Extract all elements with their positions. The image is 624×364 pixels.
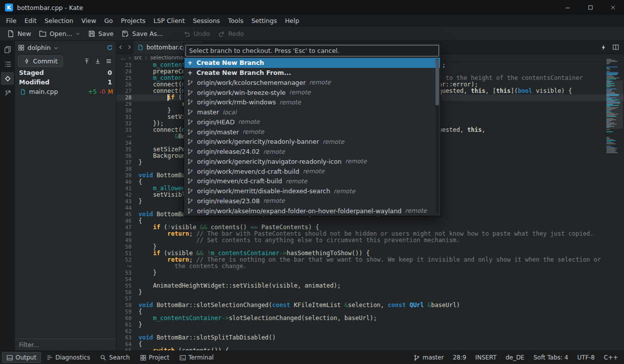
code-line[interactable]: ↪ the contents change. [116, 263, 624, 270]
branch-item[interactable]: origin/work/merritt/disable-indexed-sear… [184, 186, 440, 196]
breadcrumb-item[interactable]: ... [120, 54, 126, 61]
branch-scope-tag: remote [289, 89, 310, 96]
toolbar-save-as-button[interactable]: Save As... [118, 28, 167, 39]
statusbar-input-mode[interactable]: INSERT [476, 354, 497, 361]
toolbar-save-button[interactable]: Save [84, 28, 118, 39]
code-line[interactable]: 61} [116, 322, 624, 328]
forward-button[interactable] [125, 41, 134, 54]
git-section-modified[interactable]: Modified1 [15, 77, 116, 87]
branch-item[interactable]: origin/release/23.08remote [184, 196, 440, 206]
git-menu-icon[interactable] [106, 58, 112, 64]
menu-view[interactable]: View [78, 16, 100, 25]
statusbar-output-button[interactable]: Output [2, 352, 41, 363]
statusbar-project-button[interactable]: Project [136, 352, 174, 363]
branch-action-item[interactable]: +Create New Branch [184, 58, 440, 68]
branch-item[interactable]: masterlocal [184, 107, 440, 117]
menu-lsp-client[interactable]: LSP Client [150, 16, 189, 25]
symbols-icon[interactable] [1, 57, 14, 70]
statusbar-encoding[interactable]: UTF-8 [578, 354, 595, 361]
statusbar-tab-mode[interactable]: Soft Tabs: 4 [534, 354, 568, 361]
lsp-symbols-icon[interactable] [1, 86, 14, 99]
git-section-staged[interactable]: Staged0 [15, 68, 116, 77]
branch-label: origin/master [197, 128, 239, 136]
code-line[interactable]: 60 m_contentsContainer->slotSelectionCha… [116, 315, 624, 322]
code-line[interactable]: 56} [116, 289, 624, 296]
branch-item[interactable]: origin/work/genericity/readonly-bannerre… [184, 137, 440, 147]
branch-scope-tag: remote [242, 128, 264, 135]
terminal-icon [180, 355, 186, 361]
branch-item[interactable]: origin/work/meven/cd-craft-buildremote [184, 166, 440, 176]
statusbar-highlight-mode[interactable]: C++ [604, 354, 618, 361]
line-number: 49 [116, 237, 136, 244]
documents-icon[interactable] [1, 43, 14, 56]
breadcrumb-item[interactable]: src [134, 54, 142, 61]
minimize-button[interactable] [556, 0, 579, 15]
branch-item[interactable]: origin/work/genericity/navigator-readonl… [184, 157, 440, 167]
toolbar-redo-button[interactable]: Redo [214, 28, 248, 39]
filter-input[interactable] [15, 339, 116, 351]
lsp-symbols-glyph [4, 89, 12, 97]
popup-scrollbar-thumb[interactable] [436, 59, 439, 105]
branch-item[interactable]: origin/masterremote [184, 127, 440, 137]
branch-item[interactable]: origin/work/rmb-windowsremote [184, 97, 440, 107]
statusbar-search-button[interactable]: Search [96, 352, 134, 363]
statusbar-git-branch[interactable]: master [414, 354, 444, 361]
popup-scrollbar[interactable] [436, 59, 439, 214]
menu-edit[interactable]: Edit [20, 16, 40, 25]
toolbar-undo-button[interactable]: Undo [179, 28, 214, 39]
line-number: 41 [116, 185, 136, 192]
git-file-row[interactable]: main.cpp+5-0M [15, 87, 116, 96]
back-button[interactable] [116, 41, 125, 54]
chevron-down-icon[interactable] [54, 45, 58, 50]
menu-projects[interactable]: Projects [117, 16, 150, 25]
minimap[interactable] [606, 57, 623, 349]
line-number: 26 [116, 81, 136, 88]
branch-filter-input[interactable] [186, 45, 439, 56]
git-branch-icon [187, 158, 194, 165]
menu-file[interactable]: File [2, 16, 20, 25]
branch-item[interactable]: origin/HEADremote [184, 117, 440, 127]
commit-button[interactable]: Commit [18, 55, 63, 67]
code-line[interactable]: 55 AnimatedHeightWidget::setVisible(visi… [116, 283, 624, 289]
line-number: 38 [116, 166, 136, 172]
quick-open-icon[interactable] [600, 44, 606, 50]
menu-settings[interactable]: Settings [248, 16, 281, 25]
menu-go[interactable]: Go [100, 16, 116, 25]
menu-tools[interactable]: Tools [224, 16, 248, 25]
branch-item[interactable]: origin/meven/cd-craft-buildremote [184, 176, 440, 186]
project-name[interactable]: dolphin [28, 44, 50, 51]
code-line[interactable]: 53 } [116, 270, 624, 276]
statusbar-dictionary[interactable]: de_DE [506, 354, 524, 361]
branch-item[interactable]: origin/work/akselmo/expand-folder-on-hov… [184, 206, 440, 215]
left-sidebar [0, 41, 15, 351]
branch-label: origin/work/genericity/navigator-readonl… [197, 158, 342, 165]
push-icon[interactable] [84, 58, 90, 64]
split-view-icon[interactable] [612, 44, 619, 50]
branch-item[interactable]: origin/work/kcolorschememanagerremote [184, 78, 440, 88]
git-icon[interactable] [1, 72, 14, 85]
menu-sessions[interactable]: Sessions [189, 16, 224, 25]
line-number: 62 [116, 328, 136, 335]
branch-item[interactable]: origin/work/win-breeze-styleremote [184, 87, 440, 97]
code-line[interactable]: 58void BottomBar::slotSelectionChanged(c… [116, 302, 624, 309]
code-line[interactable]: 63void BottomBar::slotSplitTabDisabled() [116, 335, 624, 341]
maximize-button[interactable] [579, 0, 602, 15]
branch-label: Create New Branch From... [196, 69, 291, 76]
refresh-icon[interactable] [106, 44, 113, 51]
branch-label: master [197, 108, 219, 116]
close-button[interactable] [602, 0, 624, 15]
statusbar-terminal-button[interactable]: Terminal [175, 352, 218, 363]
code-line[interactable]: 49 // Set contents to anything else to c… [116, 237, 624, 244]
branch-action-item[interactable]: +Create New Branch From... [184, 68, 440, 78]
pull-icon[interactable] [94, 58, 101, 64]
toolbar-new-button[interactable]: New [3, 28, 35, 39]
menu-selection[interactable]: Selection [40, 16, 78, 25]
statusbar-diagnostics-button[interactable]: Diagnostics [42, 352, 95, 363]
statusbar: OutputDiagnosticsSearchProjectTerminal m… [0, 351, 624, 364]
back-icon [118, 44, 124, 50]
statusbar-cursor-position[interactable]: 28:9 [453, 354, 466, 361]
branch-item[interactable]: origin/release/24.02remote [184, 147, 440, 157]
toolbar-open-button[interactable]: Open... [35, 28, 84, 39]
git-section-label: Modified [19, 78, 50, 86]
menu-help[interactable]: Help [281, 16, 304, 25]
